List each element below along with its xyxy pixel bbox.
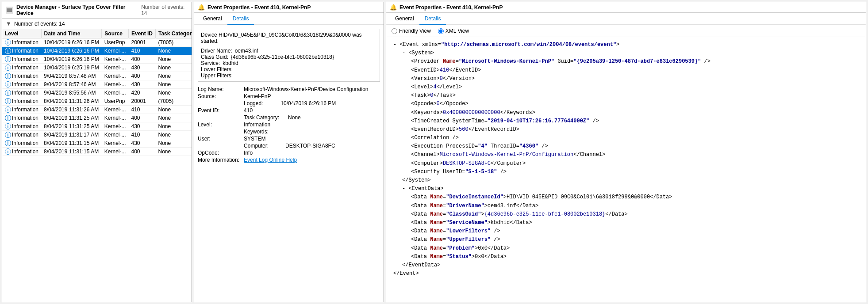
cell-eventId: 20001 (128, 97, 155, 106)
tab-general-right[interactable]: General (390, 13, 419, 25)
device-manager-titlebar: Device Manager - Surface Type Cover Filt… (2, 2, 192, 19)
col-taskcategory: Task Category (156, 29, 192, 38)
friendly-view-radio[interactable] (392, 28, 397, 34)
cell-datetime: 8/04/2019 11:31:15 AM (41, 148, 102, 156)
cell-level: iInformation (2, 122, 41, 131)
ep-keywords-label (198, 129, 239, 135)
epr-tabs: General Details (386, 13, 866, 25)
table-row[interactable]: iInformation10/04/2019 6:25:19 PMKernel-… (2, 64, 192, 72)
xml-line: - <EventData> (393, 185, 859, 193)
cell-source: Kernel-... (102, 55, 129, 64)
friendly-view-option[interactable]: Friendly View (392, 28, 431, 34)
cell-source: Kernel-... (102, 139, 129, 148)
ep-moreinfo-link[interactable]: Event Log Online Help (244, 157, 380, 163)
table-row[interactable]: iInformation8/04/2019 11:31:26 AMKernel-… (2, 106, 192, 114)
xml-line: <EventRecordID>560</EventRecordID> (393, 125, 859, 134)
ep-taskcategory-label (198, 114, 239, 121)
cell-source: Kernel-... (102, 80, 129, 89)
cell-source: Kernel-... (102, 148, 129, 156)
xml-view-label: XML View (446, 28, 469, 34)
cell-source: Kernel-... (102, 64, 129, 72)
xml-line: <Computer>DESKTOP-SIGA8FC</Computer> (393, 160, 859, 168)
xml-line: <Data Name="DeviceInstanceId">HID\VID_04… (393, 193, 859, 201)
xml-line: - <System> (393, 49, 859, 57)
ep-mid-tabs: General Details (194, 13, 384, 25)
xml-line: <Data Name="ServiceName">kbdhid</Data> (393, 219, 859, 227)
cell-source: Kernel-... (102, 72, 129, 80)
info-icon: i (5, 48, 11, 54)
xml-line: <Level>4</Level> (393, 83, 859, 91)
xml-line: - <Event xmlns="http://schemas.microsoft… (393, 41, 859, 49)
xml-line: <Data Name="DriverName">oem43.inf</Data> (393, 202, 859, 210)
info-icon: i (5, 148, 11, 155)
cell-level: iInformation (2, 72, 41, 80)
cell-taskCategory: None (156, 80, 192, 89)
info-icon: i (5, 56, 11, 62)
ep-source-value: Kernel-PnP (244, 93, 380, 99)
cell-source: UserPnp (102, 97, 129, 106)
table-row[interactable]: iInformation10/04/2019 6:26:16 PMKernel-… (2, 47, 192, 55)
cell-taskCategory: None (156, 106, 192, 114)
cell-eventId: 400 (128, 114, 155, 122)
cell-taskCategory: (7005) (156, 38, 192, 47)
cell-datetime: 8/04/2019 11:31:25 AM (41, 114, 102, 122)
cell-source: Kernel-... (102, 114, 129, 122)
cell-level: iInformation (2, 114, 41, 122)
table-row[interactable]: iInformation10/04/2019 6:26:16 PMUserPnp… (2, 38, 192, 47)
cell-source: Kernel-... (102, 47, 129, 55)
table-row[interactable]: iInformation8/04/2019 11:31:25 AMKernel-… (2, 122, 192, 131)
cell-datetime: 10/04/2019 6:26:16 PM (41, 38, 102, 47)
xml-line: <Data Name="Problem">0x0</Data> (393, 244, 859, 253)
tab-details-mid[interactable]: Details (227, 13, 254, 25)
cell-datetime: 8/04/2019 11:31:26 AM (41, 97, 102, 106)
cell-datetime: 8/04/2019 11:31:15 AM (41, 139, 102, 148)
ep-driver-label: Driver Name: (201, 48, 232, 54)
ep-lowerfilters-row: Lower Filters: (201, 66, 377, 72)
table-row[interactable]: iInformation8/04/2019 11:31:26 AMUserPnp… (2, 97, 192, 106)
ep-service-label: Service: (201, 60, 220, 66)
device-manager-panel: Device Manager - Surface Type Cover Filt… (2, 2, 192, 302)
table-row[interactable]: iInformation8/04/2019 11:31:17 AMKernel-… (2, 131, 192, 139)
xml-line: <Data Name="UpperFilters" /> (393, 236, 859, 244)
cell-taskCategory: None (156, 114, 192, 122)
cell-level: iInformation (2, 80, 41, 89)
ep-classguid-value: {4d36e96b-e325-11ce-bfc1-08002be10318} (231, 54, 334, 60)
xml-line: </System> (393, 176, 859, 185)
cell-datetime: 9/04/2019 8:57:48 AM (41, 72, 102, 80)
ep-taskcategory-value: None (288, 114, 301, 121)
table-row[interactable]: iInformation9/04/2019 8:57:48 AMKernel-.… (2, 72, 192, 80)
ep-logged-value: 10/04/2019 6:26:16 PM (280, 100, 336, 106)
xml-line: <Keywords>0x4000000000000000</Keywords> (393, 109, 859, 117)
ep-level-value: Information (244, 122, 380, 128)
table-row[interactable]: iInformation8/04/2019 11:31:25 AMKernel-… (2, 114, 192, 122)
info-icon: i (5, 73, 11, 79)
table-row[interactable]: iInformation9/04/2019 8:57:46 AMKernel-.… (2, 80, 192, 89)
ep-driver-value: oem43.inf (235, 48, 258, 54)
xml-view-option[interactable]: XML View (438, 28, 469, 34)
ep-classguid-label: Class Guid: (201, 54, 228, 60)
cell-source: Kernel-... (102, 131, 129, 139)
tab-general-mid[interactable]: General (198, 13, 227, 25)
col-level: Level (2, 29, 41, 38)
cell-taskCategory: None (156, 131, 192, 139)
tab-details-right[interactable]: Details (419, 13, 446, 25)
info-icon: i (5, 106, 11, 113)
ep-service-value: kbdhid (223, 60, 238, 66)
ep-mid-content: Device HID\VID_045E&PID_09C0&Col01\6&301… (194, 25, 384, 302)
cell-source: Kernel-... (102, 89, 129, 97)
table-row[interactable]: iInformation9/04/2019 8:55:56 AMKernel-.… (2, 89, 192, 97)
epr-titlebar: 🔔 Event Properties - Event 410, Kernel-P… (386, 2, 866, 13)
ep-computer-right: Computer: DESKTOP-SIGA8FC (244, 143, 380, 149)
table-row[interactable]: iInformation8/04/2019 11:31:15 AMKernel-… (2, 139, 192, 148)
cell-level: iInformation (2, 64, 41, 72)
cell-eventId: 430 (128, 139, 155, 148)
cell-source: Kernel-... (102, 106, 129, 114)
xml-view-radio[interactable] (438, 28, 444, 34)
cell-eventId: 420 (128, 89, 155, 97)
table-row[interactable]: iInformation8/04/2019 11:31:15 AMKernel-… (2, 148, 192, 156)
cell-eventId: 430 (128, 80, 155, 89)
cell-taskCategory: None (156, 72, 192, 80)
ep-fields-grid: Log Name: Microsoft-Windows-Kernel-PnP/D… (198, 86, 380, 163)
table-row[interactable]: iInformation10/04/2019 6:26:16 PMKernel-… (2, 55, 192, 64)
cell-eventId: 430 (128, 122, 155, 131)
